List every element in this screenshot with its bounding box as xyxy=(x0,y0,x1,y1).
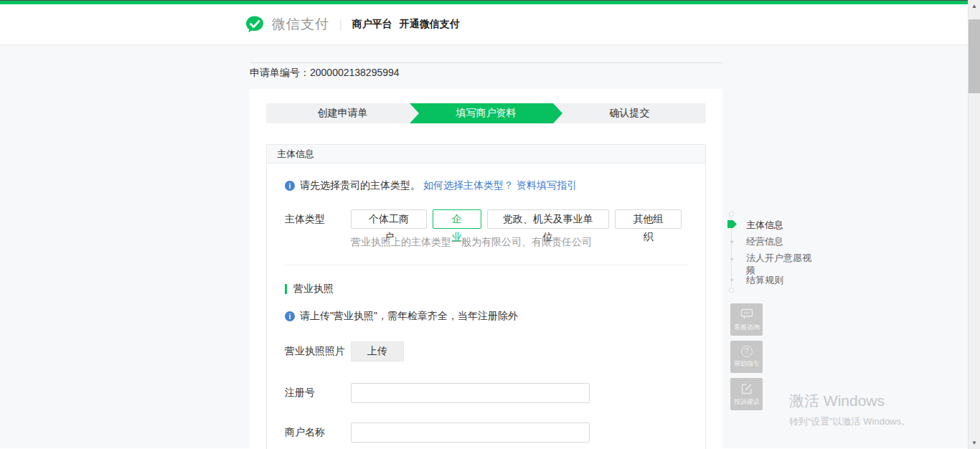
float-button-label: 客服咨询 xyxy=(734,322,760,331)
info-icon: i xyxy=(285,311,295,321)
edit-icon xyxy=(741,382,753,395)
subject-type-options: 个体工商户 企业 党政、机关及事业单位 其他组织 xyxy=(351,209,687,229)
type-option-individual[interactable]: 个体工商户 xyxy=(351,209,427,229)
registration-number-input[interactable] xyxy=(351,383,590,403)
site-header: 微信支付 | 商户平台 开通微信支付 xyxy=(0,4,980,45)
nav-dot xyxy=(730,257,733,260)
subject-info-panel: 主体信息 i 请先选择贵司的主体类型。 如何选择主体类型？ 资料填写指引 主体类… xyxy=(266,144,706,449)
merchant-name-row: 商户名称 xyxy=(285,422,687,443)
subject-type-hint: 营业执照上的主体类型一般为有限公司、有限责任公司 xyxy=(351,236,687,249)
customer-service-button[interactable]: 客服咨询 xyxy=(730,303,763,336)
anchor-nav: 主体信息 经营信息 法人开户意愿视频 结算规则 xyxy=(729,210,815,296)
active-section-marker-icon xyxy=(727,220,737,228)
registration-number-row: 注册号 xyxy=(285,383,687,403)
nav-start-circle xyxy=(729,212,734,217)
watermark-subtitle: 转到“设置”以激活 Windows。 xyxy=(789,415,910,428)
how-to-choose-link[interactable]: 如何选择主体类型？ xyxy=(423,179,514,192)
step-fill-merchant-info: 填写商户资料 xyxy=(410,103,562,123)
nav-end-circle xyxy=(729,288,734,293)
upload-button[interactable]: 上传 xyxy=(351,341,404,361)
section-marker xyxy=(285,284,287,294)
windows-activation-watermark: 激活 Windows 转到“设置”以激活 Windows。 xyxy=(789,391,910,428)
scroll-down-icon[interactable]: ▼ xyxy=(969,437,980,449)
floating-toolbar: 客服咨询 ? 帮助指引 投诉建议 xyxy=(730,303,763,415)
header-divider: | xyxy=(339,19,342,30)
registration-number-label: 注册号 xyxy=(285,383,351,402)
step-label: 创建申请单 xyxy=(318,107,368,120)
chat-bubble-icon xyxy=(740,308,753,321)
notice-text: 请先选择贵司的主体类型。 xyxy=(300,179,420,192)
page-title: 开通微信支付 xyxy=(400,18,460,31)
nav-dot xyxy=(730,278,733,281)
nav-item-subject-info[interactable]: 主体信息 xyxy=(746,219,783,231)
merchant-name-input[interactable] xyxy=(351,422,590,443)
merchant-name-label: 商户名称 xyxy=(285,422,351,442)
panel-title: 主体信息 xyxy=(267,145,705,164)
type-option-enterprise[interactable]: 企业 xyxy=(433,209,481,229)
application-number-label: 申请单编号： xyxy=(250,67,310,78)
step-confirm-submit: 确认提交 xyxy=(553,103,706,123)
float-button-label: 投诉建议 xyxy=(734,397,760,406)
license-title: 营业执照 xyxy=(293,283,334,296)
application-number: 申请单编号：2000002138295994 xyxy=(250,67,400,80)
scroll-up-icon[interactable]: ▲ xyxy=(969,0,980,12)
business-license-section: 营业执照 i 请上传"营业执照"，需年检章齐全，当年注册除外 营业执照照片 上传… xyxy=(285,265,687,449)
subject-type-row: 主体类型 个体工商户 企业 党政、机关及事业单位 其他组织 xyxy=(285,209,687,229)
type-option-other[interactable]: 其他组织 xyxy=(615,209,682,229)
float-button-label: 帮助指引 xyxy=(734,359,760,368)
nav-item-legal-person-video[interactable]: 法人开户意愿视频 xyxy=(746,252,814,276)
help-guide-button[interactable]: ? 帮助指引 xyxy=(730,341,763,373)
page-background: 申请单编号：2000002138295994 创建申请单 填写商户资料 确认提交… xyxy=(0,45,980,448)
nav-dot xyxy=(730,240,733,243)
brand-name: 微信支付 xyxy=(272,15,329,34)
nav-item-settlement-rules[interactable]: 结算规则 xyxy=(746,274,783,286)
feedback-button[interactable]: 投诉建议 xyxy=(730,378,763,410)
scrollbar-thumb[interactable] xyxy=(969,19,980,93)
question-icon: ? xyxy=(741,346,753,357)
type-option-government[interactable]: 党政、机关及事业单位 xyxy=(487,209,609,229)
step-label: 填写商户资料 xyxy=(456,107,517,120)
step-indicator: 创建申请单 填写商户资料 确认提交 xyxy=(266,103,706,123)
form-card: 创建申请单 填写商户资料 确认提交 主体信息 i 请先选择贵司的主体类型。 如何… xyxy=(250,89,722,449)
separator-line xyxy=(250,62,722,63)
wechat-pay-logo-icon xyxy=(244,14,265,35)
subject-type-label: 主体类型 xyxy=(285,209,351,229)
license-photo-label: 营业执照照片 xyxy=(285,341,351,361)
filling-guide-link[interactable]: 资料填写指引 xyxy=(517,179,577,192)
watermark-title: 激活 Windows xyxy=(789,391,910,411)
subject-type-notice: i 请先选择贵司的主体类型。 如何选择主体类型？ 资料填写指引 xyxy=(285,164,687,192)
info-icon: i xyxy=(285,181,295,191)
step-create-application: 创建申请单 xyxy=(266,103,419,123)
license-subtitle: 营业执照 xyxy=(285,265,687,296)
vertical-scrollbar[interactable]: ▲ ▼ xyxy=(968,0,980,449)
step-label: 确认提交 xyxy=(610,107,650,120)
header-link-platform[interactable]: 商户平台 xyxy=(352,18,392,31)
notice-text: 请上传"营业执照"，需年检章齐全，当年注册除外 xyxy=(300,310,518,323)
license-photo-row: 营业执照照片 上传 xyxy=(285,341,687,361)
application-number-value: 2000002138295994 xyxy=(310,67,400,78)
panel-body: i 请先选择贵司的主体类型。 如何选择主体类型？ 资料填写指引 主体类型 个体工… xyxy=(267,164,705,449)
nav-item-business-info[interactable]: 经营信息 xyxy=(746,235,783,247)
license-notice: i 请上传"营业执照"，需年检章齐全，当年注册除外 xyxy=(285,296,687,323)
